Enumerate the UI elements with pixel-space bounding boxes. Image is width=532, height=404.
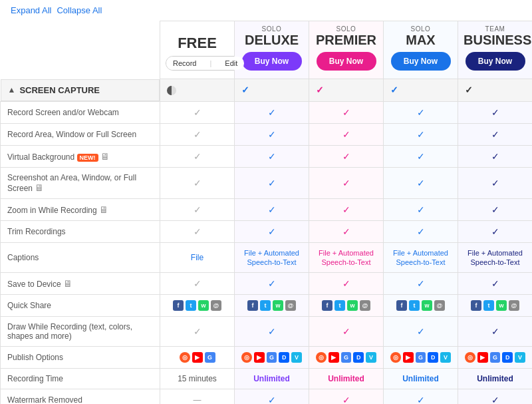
value-cell: ✓ <box>309 101 384 123</box>
value-cell: File <box>160 242 235 272</box>
value-cell: ✓ <box>160 272 235 294</box>
value-cell: ✓ <box>384 272 458 294</box>
table-row: Zoom in While Recording 🖥✓✓✓✓✓ <box>1 198 533 220</box>
value-cell: ✓ <box>309 272 384 294</box>
feature-text: Draw While Recording (text, colors, shap… <box>7 322 132 341</box>
header-max: SOLO MAX Buy Now <box>384 21 458 79</box>
feature-text: Watermark Removed <box>7 395 82 405</box>
value-cell: ✓ <box>458 101 533 123</box>
free-record-edit[interactable]: Record | Edit <box>166 56 245 71</box>
feature-label-cell: Draw While Recording (text, colors, shap… <box>1 316 160 346</box>
feature-label-cell: Publish Options <box>1 346 160 368</box>
value-cell: ✓ <box>458 198 533 220</box>
table-row: Trim Recordings✓✓✓✓✓ <box>1 220 533 242</box>
monitor-icon: 🖥 <box>63 278 72 289</box>
value-cell: ◎ ▶ G <box>160 346 235 368</box>
value-cell: Unlimited <box>235 368 309 389</box>
edit-btn[interactable]: Edit <box>218 57 244 70</box>
value-cell: ✓ <box>309 389 384 404</box>
feature-label-cell: Virtual Background NEW! 🖥 <box>1 145 160 167</box>
value-cell: ✓ <box>309 198 384 220</box>
section-check-3: ✓ <box>384 79 458 102</box>
value-cell: f t w @ <box>235 294 309 316</box>
section-check-2: ✓ <box>309 79 384 102</box>
section-label-screen-capture[interactable]: ▲ SCREEN CAPTURE <box>1 79 160 101</box>
table-row: Virtual Background NEW! 🖥✓✓✓✓✓ <box>1 145 533 167</box>
feature-text: Publish Options <box>7 353 63 362</box>
value-cell: ✓ <box>160 145 235 167</box>
value-cell: ✓ <box>160 123 235 145</box>
value-cell: f t w @ <box>309 294 384 316</box>
value-cell: ✓ <box>309 316 384 346</box>
feature-label-cell: Save to Device 🖥 <box>1 272 160 294</box>
feature-text: Save to Device <box>7 280 61 289</box>
unlimited-label: Unlimited <box>328 374 364 383</box>
value-cell: ◎ ▶ G D V <box>384 346 458 368</box>
feature-label-cell: Record Screen and/or Webcam <box>1 101 160 123</box>
monitor-icon: 🖥 <box>99 204 108 215</box>
unlimited-label: Unlimited <box>402 374 439 383</box>
value-cell: 15 minutes <box>160 368 235 389</box>
header-free: FREE Record | Edit <box>160 21 235 79</box>
value-cell: ✓ <box>384 316 458 346</box>
feature-text: Screenshot an Area, Window, or Full Scre… <box>7 173 136 193</box>
value-cell: ✓ <box>384 389 458 404</box>
value-cell: ✓ <box>235 198 309 220</box>
value-cell: ✓ <box>309 167 384 198</box>
value-cell: f t w @ <box>384 294 458 316</box>
feature-label-cell: Zoom in While Recording 🖥 <box>1 198 160 220</box>
new-badge: NEW! <box>77 154 98 162</box>
table-row: Draw While Recording (text, colors, shap… <box>1 316 533 346</box>
table-row: Record Screen and/or Webcam✓✓✓✓✓ <box>1 101 533 123</box>
premier-plan-name: PREMIER <box>315 33 378 48</box>
value-cell: ✓ <box>235 220 309 242</box>
feature-label-cell: Screenshot an Area, Window, or Full Scre… <box>1 167 160 198</box>
value-cell: ✓ <box>458 389 533 404</box>
deluxe-tier: SOLO <box>240 25 303 33</box>
header-feature-cell <box>1 21 160 79</box>
unlimited-label: Unlimited <box>477 374 513 383</box>
comparison-table: FREE Record | Edit SOLO DELUXE Buy Now S… <box>0 21 532 404</box>
max-buy-btn[interactable]: Buy Now <box>391 52 451 71</box>
value-cell: ✓ <box>384 145 458 167</box>
deluxe-plan-name: DELUXE <box>240 33 303 48</box>
feature-text: Record Area, Window or Full Screen <box>7 130 136 139</box>
value-cell: ✓ <box>160 198 235 220</box>
section-toggle[interactable]: ▲ <box>8 85 16 95</box>
premier-buy-btn[interactable]: Buy Now <box>317 52 376 71</box>
half-circle-icon <box>167 86 176 95</box>
max-tier: SOLO <box>389 25 452 33</box>
header-premier: SOLO PREMIER Buy Now <box>309 21 384 79</box>
value-cell: File + Automated Speech-to-Text <box>309 242 384 272</box>
expand-all-link[interactable]: Expand All <box>11 5 51 15</box>
business-tier: TEAM <box>464 25 527 33</box>
record-btn[interactable]: Record <box>166 57 203 70</box>
section-header-screen-capture: ▲ SCREEN CAPTURE✓✓✓✓ <box>1 79 533 102</box>
collapse-all-link[interactable]: Collapse All <box>57 5 102 15</box>
value-cell: ✓ <box>458 220 533 242</box>
feature-label-cell: Captions <box>1 242 160 272</box>
value-cell: ✓ <box>160 167 235 198</box>
feature-text: Quick Share <box>7 301 51 310</box>
table-row: CaptionsFileFile + Automated Speech-to-T… <box>1 242 533 272</box>
table-row: Recording Time15 minutesUnlimitedUnlimit… <box>1 368 533 389</box>
premier-tier: SOLO <box>315 25 378 33</box>
value-cell: ✓ <box>235 272 309 294</box>
business-buy-btn[interactable]: Buy Now <box>466 52 525 71</box>
value-cell: ✓ <box>458 316 533 346</box>
value-cell: ✓ <box>384 198 458 220</box>
value-cell: ✓ <box>384 220 458 242</box>
value-cell: Unlimited <box>384 368 458 389</box>
unlimited-label: Unlimited <box>253 374 290 383</box>
feature-text: Captions <box>7 253 39 262</box>
header-business: TEAM BUSINESS Buy Now <box>458 21 533 79</box>
value-cell: ✓ <box>235 167 309 198</box>
value-cell: ✓ <box>458 123 533 145</box>
value-cell: ✓ <box>235 389 309 404</box>
deluxe-buy-btn[interactable]: Buy Now <box>242 52 302 71</box>
value-cell: ◎ ▶ G D V <box>309 346 384 368</box>
value-cell: ✓ <box>309 220 384 242</box>
section-check-4: ✓ <box>458 79 533 102</box>
value-cell: ✓ <box>458 272 533 294</box>
header-deluxe: SOLO DELUXE Buy Now <box>235 21 309 79</box>
